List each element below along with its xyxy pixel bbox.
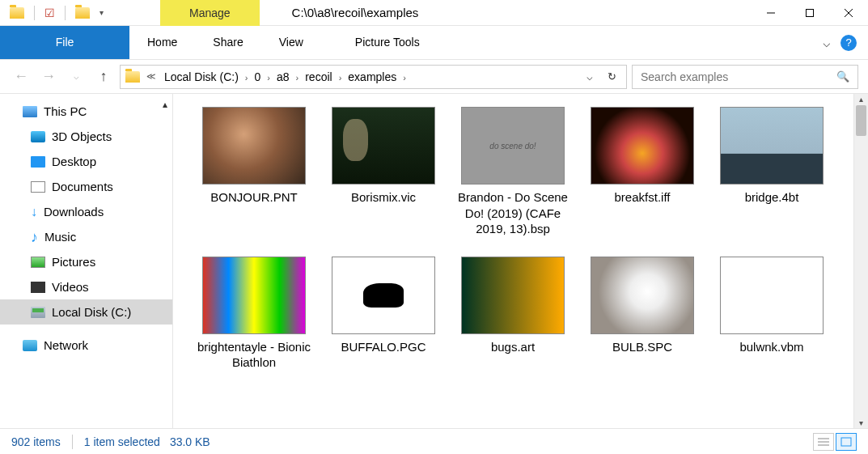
tab-picture-tools[interactable]: Picture Tools	[337, 26, 438, 59]
sidebar-item-documents[interactable]: Documents	[0, 174, 172, 199]
scroll-down-icon[interactable]: ▾	[854, 418, 868, 427]
ribbon-tabs: File Home Share View Picture Tools ⌵ ?	[0, 26, 868, 60]
properties-icon[interactable]: ☑	[44, 6, 55, 19]
chevron-right-icon[interactable]: ›	[401, 73, 408, 83]
address-bar[interactable]: ≪ Local Disk (C:)›0›a8›recoil›examples› …	[120, 65, 627, 89]
refresh-button[interactable]: ↻	[601, 70, 623, 83]
sidebar-item-pictures[interactable]: Pictures	[0, 249, 172, 274]
sidebar-item-music[interactable]: ♪Music	[0, 224, 172, 249]
chevron-right-icon[interactable]: ≪	[145, 71, 158, 82]
file-name: BONJOUR.PNT	[210, 189, 298, 206]
file-item[interactable]: Borismix.vic	[319, 102, 448, 252]
tab-share[interactable]: Share	[195, 26, 260, 59]
status-bar: 902 items 1 item selected 33.0 KB	[0, 428, 868, 454]
videos-icon	[31, 282, 45, 293]
pictures-icon	[31, 257, 45, 268]
qat-dropdown-icon[interactable]: ▾	[100, 8, 104, 17]
downloads-icon: ↓	[31, 206, 37, 218]
chevron-right-icon[interactable]: ›	[265, 73, 272, 83]
thumbnails-view-button[interactable]	[836, 433, 857, 451]
search-icon[interactable]: 🔍	[836, 70, 849, 83]
tab-home[interactable]: Home	[129, 26, 195, 59]
status-item-count: 902 items	[11, 435, 61, 448]
sidebar-label: Documents	[52, 180, 113, 193]
separator	[34, 6, 35, 20]
file-name: BULB.SPC	[612, 339, 672, 355]
file-item[interactable]: BUFFALO.PGC	[319, 252, 448, 385]
documents-icon	[31, 181, 45, 193]
breadcrumb-segment[interactable]: examples	[343, 70, 401, 83]
svg-rect-1	[807, 9, 814, 16]
network-icon	[23, 340, 37, 351]
file-item[interactable]: bugs.art	[448, 252, 578, 385]
file-item[interactable]: BONJOUR.PNT	[189, 102, 319, 252]
breadcrumb-segment[interactable]: recoil	[300, 70, 337, 83]
search-box[interactable]: 🔍	[632, 65, 858, 89]
tab-file[interactable]: File	[0, 26, 129, 59]
sidebar-label: Network	[44, 338, 88, 352]
3d-objects-icon	[31, 131, 45, 142]
file-name: BUFFALO.PGC	[341, 339, 426, 355]
sidebar-item-3d-objects[interactable]: 3D Objects	[0, 124, 172, 149]
file-item[interactable]: bridge.4bt	[707, 102, 836, 252]
quick-access-toolbar: ☑ ▾	[0, 6, 104, 20]
minimize-button[interactable]	[752, 0, 790, 26]
up-button[interactable]: ↑	[92, 66, 115, 88]
sidebar-item-videos[interactable]: Videos	[0, 274, 172, 299]
file-name: brightentayle - Bionic Biathlon	[193, 339, 315, 371]
folder-icon	[125, 71, 140, 83]
scroll-up-icon[interactable]: ▴	[163, 99, 167, 110]
file-name: bridge.4bt	[745, 189, 799, 206]
pc-icon	[23, 106, 37, 117]
file-list[interactable]: BONJOUR.PNTBorismix.vicdo scene do!Brand…	[173, 94, 868, 428]
file-item[interactable]: bulwnk.vbm	[707, 252, 836, 385]
forward-button[interactable]: →	[37, 66, 60, 88]
new-folder-icon[interactable]	[75, 7, 90, 19]
tab-view[interactable]: View	[261, 26, 321, 59]
file-name: breakfst.iff	[615, 189, 671, 206]
folder-icon	[10, 7, 24, 19]
help-icon[interactable]: ?	[840, 35, 857, 51]
navigation-pane: ▴ This PC 3D Objects Desktop Documents ↓…	[0, 94, 173, 428]
breadcrumb-segment[interactable]: Local Disk (C:)	[159, 70, 243, 83]
sidebar-item-network[interactable]: Network	[0, 333, 172, 358]
maximize-button[interactable]	[790, 0, 829, 26]
thumbnail	[332, 257, 435, 334]
scrollbar[interactable]: ▴ ▾	[853, 94, 868, 428]
sidebar-item-this-pc[interactable]: This PC	[0, 99, 172, 124]
file-item[interactable]: brightentayle - Bionic Biathlon	[189, 252, 319, 385]
details-view-button[interactable]	[813, 433, 834, 451]
recent-dropdown-icon[interactable]: ⌵	[65, 66, 87, 88]
file-name: bugs.art	[491, 339, 535, 355]
file-item[interactable]: do scene do!Brandon - Do Scene Do! (2019…	[448, 102, 578, 252]
address-dropdown-icon[interactable]: ⌵	[580, 70, 599, 83]
file-item[interactable]: BULB.SPC	[578, 252, 707, 385]
sidebar-label: Videos	[52, 280, 89, 294]
back-button[interactable]: ←	[10, 66, 32, 88]
separator	[65, 6, 66, 20]
sidebar-item-desktop[interactable]: Desktop	[0, 149, 172, 174]
navigation-bar: ← → ⌵ ↑ ≪ Local Disk (C:)›0›a8›recoil›ex…	[0, 60, 868, 94]
manage-contextual-tab[interactable]: Manage	[160, 0, 260, 26]
title-bar: ☑ ▾ Manage C:\0\a8\recoil\examples	[0, 0, 868, 26]
sidebar-label: 3D Objects	[52, 129, 112, 143]
ribbon-collapse-icon[interactable]: ⌵	[823, 35, 831, 50]
search-input[interactable]	[641, 70, 836, 83]
breadcrumb-segment[interactable]: 0	[249, 70, 265, 83]
thumbnail	[332, 107, 435, 185]
scroll-up-icon[interactable]: ▴	[854, 95, 868, 104]
file-name: Borismix.vic	[351, 189, 416, 206]
file-item[interactable]: breakfst.iff	[578, 102, 707, 252]
sidebar-label: Music	[44, 230, 76, 244]
sidebar-item-downloads[interactable]: ↓Downloads	[0, 199, 172, 224]
file-name: bulwnk.vbm	[739, 339, 803, 355]
breadcrumb-segment[interactable]: a8	[272, 70, 294, 83]
sidebar-item-local-disk[interactable]: Local Disk (C:)	[0, 299, 172, 325]
window-title: C:\0\a8\recoil\examples	[260, 6, 752, 19]
sidebar-label: Downloads	[44, 205, 104, 219]
thumbnail	[461, 257, 565, 334]
drive-icon	[31, 307, 45, 318]
window-controls	[752, 0, 868, 26]
status-size: 33.0 KB	[170, 435, 210, 448]
close-button[interactable]	[829, 0, 868, 26]
